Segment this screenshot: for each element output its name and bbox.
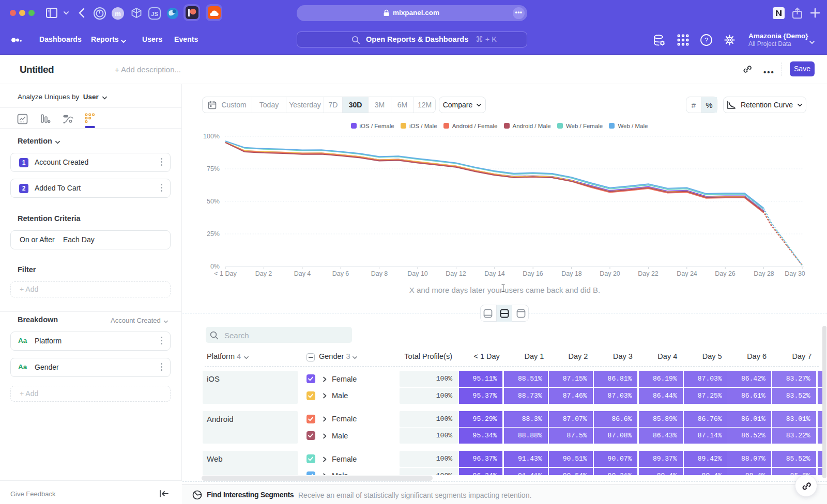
svg-text:?: ? <box>705 36 708 44</box>
svg-text:JS: JS <box>151 11 158 17</box>
svg-text:m: m <box>115 10 121 18</box>
